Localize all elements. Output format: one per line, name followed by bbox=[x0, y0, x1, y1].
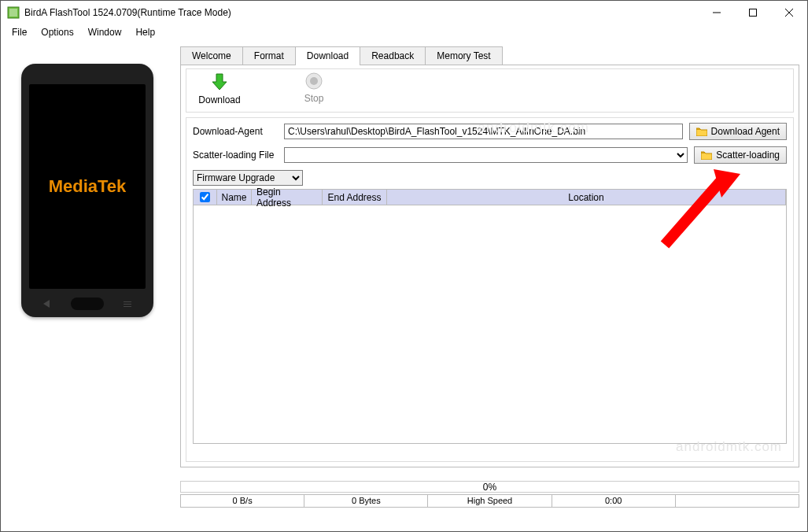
scatter-loading-button[interactable]: Scatter-loading bbox=[694, 146, 787, 164]
download-agent-input[interactable] bbox=[284, 124, 683, 139]
scatter-file-row: Scatter-loading File Scatter-loading bbox=[193, 146, 787, 164]
status-speed: 0 B/s bbox=[181, 495, 304, 507]
header-checkbox[interactable] bbox=[194, 190, 217, 205]
header-location[interactable]: Location bbox=[387, 190, 786, 205]
status-bar: 0 B/s 0 Bytes High Speed 0:00 bbox=[180, 494, 799, 508]
status-mode: High Speed bbox=[428, 495, 552, 507]
stop-tool[interactable]: Stop bbox=[290, 72, 338, 105]
tab-memory-test[interactable]: Memory Test bbox=[425, 46, 502, 65]
tabstrip: Welcome Format Download Readback Memory … bbox=[180, 46, 799, 65]
phone-home-button bbox=[71, 297, 104, 310]
menu-window[interactable]: Window bbox=[82, 25, 128, 39]
close-icon bbox=[785, 9, 793, 17]
phone-screen: MediaTek bbox=[29, 84, 146, 289]
partition-table: Name Begin Address End Address Location bbox=[193, 189, 787, 444]
svg-point-7 bbox=[310, 77, 318, 85]
stop-tool-label: Stop bbox=[304, 93, 324, 104]
svg-rect-1 bbox=[9, 9, 17, 17]
status-empty bbox=[676, 495, 799, 507]
folder-icon bbox=[701, 151, 712, 160]
maximize-icon bbox=[749, 9, 757, 17]
status-time: 0:00 bbox=[552, 495, 676, 507]
maximize-button[interactable] bbox=[735, 1, 771, 24]
download-agent-button[interactable]: Download Agent bbox=[689, 123, 787, 140]
minimize-icon bbox=[713, 9, 721, 17]
left-pane: BM MediaTek bbox=[1, 40, 174, 476]
toolbar: Download Stop bbox=[186, 68, 794, 113]
menu-options[interactable]: Options bbox=[35, 25, 79, 39]
header-begin[interactable]: Begin Address bbox=[252, 190, 323, 205]
titlebar: BirdA FlashTool 1524.0709(Runtime Trace … bbox=[1, 1, 807, 24]
phone-illustration: BM MediaTek bbox=[21, 64, 153, 317]
header-name[interactable]: Name bbox=[217, 190, 252, 205]
phone-menu-icon bbox=[124, 301, 131, 307]
menu-file[interactable]: File bbox=[6, 25, 33, 39]
download-agent-row: Download-Agent Download Agent bbox=[193, 123, 787, 140]
tab-content: Download Stop androidmtk.com Download-Ag… bbox=[180, 65, 799, 467]
download-agent-button-label: Download Agent bbox=[711, 126, 780, 137]
main-area: BM MediaTek Welcome Format Download Read… bbox=[1, 40, 807, 476]
download-tool-label: Download bbox=[198, 94, 240, 105]
status-bytes: 0 Bytes bbox=[304, 495, 428, 507]
tab-welcome[interactable]: Welcome bbox=[180, 46, 243, 65]
download-arrow-icon bbox=[210, 72, 229, 91]
close-button[interactable] bbox=[771, 1, 807, 24]
window-title: BirdA FlashTool 1524.0709(Runtime Trace … bbox=[24, 7, 699, 18]
stop-icon bbox=[305, 72, 323, 90]
menubar: File Options Window Help bbox=[1, 24, 807, 40]
select-all-checkbox[interactable] bbox=[200, 192, 210, 202]
tab-format[interactable]: Format bbox=[242, 46, 296, 65]
mode-select[interactable]: Firmware Upgrade bbox=[193, 170, 303, 186]
header-end[interactable]: End Address bbox=[323, 190, 387, 205]
tab-readback[interactable]: Readback bbox=[360, 46, 426, 65]
menu-help[interactable]: Help bbox=[129, 25, 161, 39]
tab-download[interactable]: Download bbox=[295, 46, 360, 65]
phone-brand: MediaTek bbox=[49, 176, 127, 197]
progress-bar: 0% bbox=[180, 481, 799, 493]
progress-text: 0% bbox=[483, 482, 496, 493]
minimize-button[interactable] bbox=[699, 1, 735, 24]
right-pane: Welcome Format Download Readback Memory … bbox=[174, 40, 807, 476]
scatter-file-label: Scatter-loading File bbox=[193, 150, 278, 161]
app-icon bbox=[7, 6, 20, 19]
file-group: androidmtk.com Download-Agent Download A… bbox=[186, 117, 794, 462]
window-controls bbox=[699, 1, 807, 24]
table-header: Name Begin Address End Address Location bbox=[194, 190, 786, 205]
scatter-loading-button-label: Scatter-loading bbox=[716, 150, 780, 161]
download-agent-label: Download-Agent bbox=[193, 126, 278, 137]
scatter-file-select[interactable] bbox=[284, 147, 688, 163]
phone-back-icon bbox=[43, 300, 50, 308]
svg-rect-3 bbox=[750, 9, 757, 17]
folder-icon bbox=[696, 127, 707, 136]
download-tool[interactable]: Download bbox=[196, 72, 243, 105]
